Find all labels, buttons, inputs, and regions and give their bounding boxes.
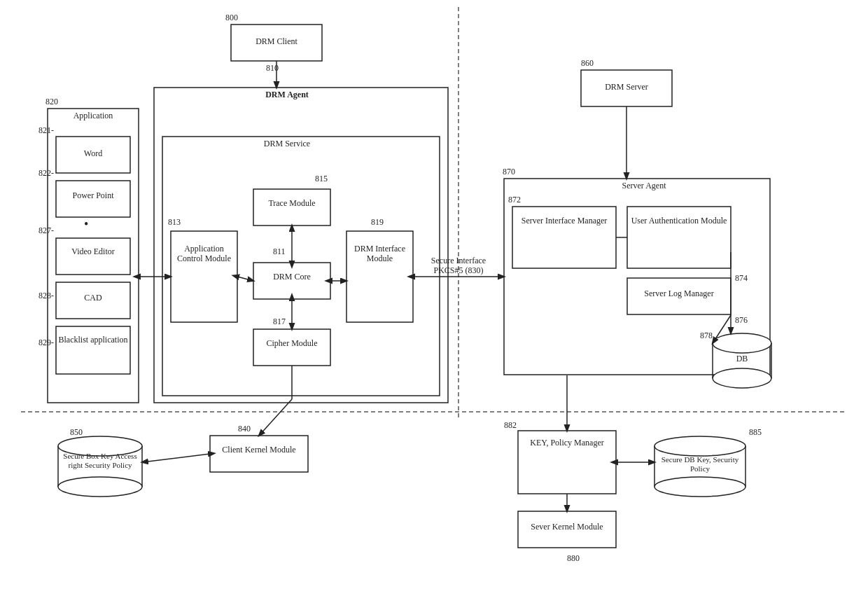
user-auth-label: User Authentication Module (627, 216, 731, 226)
svg-point-34 (654, 477, 746, 497)
db-label: DB (727, 354, 757, 363)
secure-db-number: 885 (749, 427, 762, 437)
drm-client-number-label: 800 (225, 13, 238, 22)
svg-point-24 (713, 368, 771, 388)
diagram-svg (0, 0, 868, 589)
svg-line-50 (142, 454, 210, 462)
svg-rect-3 (162, 137, 440, 396)
svg-rect-9 (56, 326, 130, 374)
user-auth-number: 874 (735, 273, 748, 283)
svg-line-45 (713, 315, 731, 343)
secure-db-label: Secure DB Key, Security Policy (654, 455, 746, 473)
diagram-container: 800 810 820 821- 822- 827- 828- 829- 813… (0, 0, 868, 589)
key-policy-number: 882 (504, 420, 517, 430)
key-policy-label: KEY, Policy Manager (518, 438, 616, 448)
drm-server-label: DRM Server (581, 82, 672, 92)
server-kernel-number: 880 (567, 553, 580, 563)
cad-label: CAD (56, 293, 130, 303)
server-kernel-label: Sever Kernel Module (518, 522, 616, 532)
drm-interface-number: 819 (371, 217, 384, 227)
client-kernel-number: 840 (238, 424, 251, 434)
drm-interface-label: DRM Interface Module (346, 244, 413, 264)
application-label: Application (48, 111, 139, 120)
svg-rect-15 (504, 179, 770, 375)
server-agent-number: 870 (503, 167, 515, 176)
svg-point-21 (713, 333, 771, 353)
video-editor-number: 827- (38, 226, 54, 235)
drm-client-label: DRM Client (231, 36, 322, 46)
db-number: 878 (700, 331, 713, 340)
blacklist-label: Blacklist application (56, 335, 130, 345)
client-kernel-label: Client Kernel Module (210, 445, 308, 455)
app-control-number: 813 (168, 217, 181, 227)
svg-line-38 (237, 277, 253, 281)
word-label: Word (56, 148, 130, 158)
drm-server-number: 860 (581, 58, 594, 68)
server-interface-number: 872 (508, 195, 521, 205)
dots-label: • (84, 217, 88, 233)
server-log-number: 876 (735, 315, 748, 325)
server-agent-label: Server Agent (574, 181, 714, 190)
svg-point-29 (58, 477, 142, 497)
video-editor-label: Video Editor (56, 247, 130, 256)
powerpoint-label: Power Point (56, 190, 130, 200)
secure-box-number: 850 (70, 427, 83, 437)
trace-label: Trace Module (253, 198, 330, 208)
secure-box-label: Secure Box Key Access right Security Pol… (62, 452, 139, 470)
secure-interface-label: Secure Interface PKCS#5 (830) (420, 256, 497, 276)
blacklist-number: 829- (38, 338, 54, 347)
server-interface-label: Server Interface Manager (512, 216, 616, 226)
powerpoint-number: 822- (38, 168, 54, 178)
cipher-label: Cipher Module (253, 338, 330, 348)
cad-number: 828- (38, 291, 54, 300)
drm-core-label: DRM Core (253, 272, 330, 282)
svg-line-49 (259, 399, 292, 436)
server-log-label: Server Log Manager (627, 289, 731, 298)
app-control-label: Application Control Module (171, 244, 237, 264)
cipher-number: 817 (273, 317, 286, 326)
svg-point-31 (654, 436, 746, 456)
application-number: 820 (46, 97, 58, 106)
drm-agent-number: 810 (266, 63, 279, 73)
drm-agent-label: DRM Agent (217, 90, 357, 99)
trace-number: 815 (315, 174, 328, 183)
word-number: 821- (38, 125, 54, 135)
drm-core-number: 811 (273, 247, 286, 256)
drm-service-label: DRM Service (217, 139, 357, 148)
